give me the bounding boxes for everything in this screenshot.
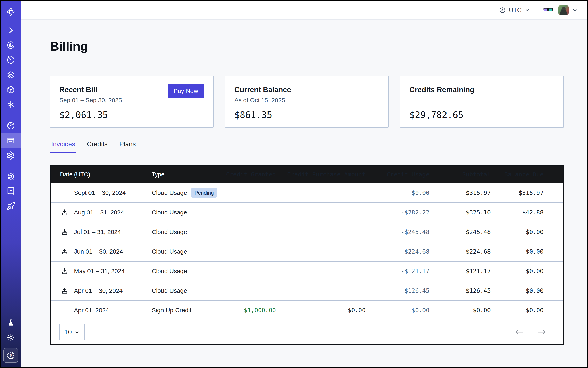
sidebar-item-credits[interactable] [3, 348, 18, 363]
download-icon [61, 268, 68, 275]
arrow-right-icon [538, 330, 546, 335]
sidebar-item-history[interactable] [1, 52, 21, 67]
invoice-row: Jun 01 – 30, 2024 Cloud Usage -$224.68 $… [51, 242, 563, 261]
tab-credits[interactable]: Credits [86, 140, 109, 153]
sidebar-item-docs[interactable] [1, 184, 21, 199]
sidebar-divider [1, 115, 21, 115]
balance-due: $0.00 [491, 248, 543, 255]
summary-card: Credits Remaining $29,782.65 [400, 76, 564, 128]
next-page-button[interactable] [538, 330, 546, 335]
user-menu[interactable] [558, 5, 578, 15]
sidebar-divider [1, 166, 21, 166]
sidebar-item-labs[interactable] [1, 315, 21, 330]
invoice-date: Apr 01, 2024 [74, 307, 109, 313]
download-icon [61, 287, 68, 294]
invoice-date: Jun 01 – 30, 2024 [74, 248, 123, 255]
column-header: Balance Due [491, 171, 543, 178]
download-invoice-button[interactable] [61, 209, 68, 216]
sidebar-item-settings[interactable] [1, 148, 21, 163]
glasses-icon [543, 7, 553, 13]
column-header: Credit Purchase Amount [276, 171, 366, 178]
invoice-date: Sept 01 – 30, 2024 [74, 189, 126, 196]
subtotal: $315.97 [429, 189, 491, 196]
invoice-table: Date (UTC)TypeCredit GrantedCredit Purch… [50, 165, 564, 345]
page-title: Billing [50, 39, 564, 54]
flask-icon [7, 319, 15, 327]
avatar [558, 5, 569, 15]
download-icon [61, 229, 68, 235]
clock-icon [499, 7, 506, 14]
credit-usage: -$126.45 [366, 287, 429, 294]
timezone-selector[interactable]: UTC [499, 7, 530, 14]
credit-usage: -$282.22 [366, 209, 429, 216]
sidebar-item-usage[interactable] [1, 118, 21, 133]
sidebar-spacer [1, 214, 21, 315]
sidebar-item-billing[interactable] [1, 133, 21, 148]
card-title: Credits Remaining [409, 85, 554, 94]
balance-due: $0.00 [491, 229, 543, 235]
asterisk-icon [6, 100, 15, 109]
book-sparkle-icon [6, 187, 15, 196]
card-subtitle [409, 97, 554, 104]
subtotal: $245.48 [429, 229, 491, 235]
status-badge: Pending [191, 188, 217, 198]
tab-invoices[interactable]: Invoices [50, 140, 76, 153]
sidebar-item-getting-started[interactable] [1, 199, 21, 214]
invoice-type: Cloud Usage [152, 229, 187, 235]
table-header: Date (UTC)TypeCredit GrantedCredit Purch… [51, 166, 563, 183]
sidebar-item-support[interactable] [1, 169, 21, 184]
pager [516, 330, 546, 335]
sidebar [1, 1, 21, 367]
gauge-icon [6, 121, 15, 130]
app-logo[interactable] [1, 1, 21, 23]
balance-due: $0.00 [491, 307, 543, 314]
invoice-type: Cloud Usage [152, 209, 187, 216]
topbar: UTC [21, 1, 587, 20]
balance-due: $42.88 [491, 209, 543, 216]
prev-page-button[interactable] [516, 330, 523, 335]
credit-purchase-amount: $0.00 [276, 307, 366, 314]
download-invoice-button[interactable] [61, 248, 68, 255]
download-invoice-button[interactable] [61, 287, 68, 294]
invoice-type: Cloud Usage [152, 189, 187, 196]
card-title: Current Balance [235, 85, 380, 94]
download-invoice-button[interactable] [61, 268, 68, 275]
orbit-logo-icon [6, 7, 15, 16]
page-size-value: 10 [64, 328, 72, 336]
sidebar-item-resources[interactable] [1, 82, 21, 97]
credit-granted: $1,000.00 [225, 307, 276, 314]
sidebar-item-theme[interactable] [1, 330, 21, 345]
invoice-type: Cloud Usage [152, 248, 187, 255]
balance-due: $315.97 [491, 189, 543, 196]
app-window: UTC Billing Recent Bill Pay Now Sep 01 –… [0, 0, 588, 368]
invoice-date: Aug 01 – 31, 2024 [74, 209, 124, 216]
download-icon [61, 209, 68, 216]
page-size-select[interactable]: 10 [59, 324, 85, 340]
invoice-type: Cloud Usage [152, 287, 187, 294]
sidebar-item-layers[interactable] [1, 67, 21, 82]
credit-usage: $0.00 [366, 307, 429, 314]
invoice-date: May 01 – 31, 2024 [74, 268, 125, 274]
dollar-badge-icon [6, 351, 15, 360]
card-amount: $29,782.65 [409, 110, 554, 120]
sun-icon [7, 333, 15, 342]
gear-icon [6, 151, 15, 160]
invoice-row: Aug 01 – 31, 2024 Cloud Usage -$282.22 $… [51, 203, 563, 222]
invoice-date: Jul 01 – 31, 2024 [74, 229, 121, 235]
invoice-row: Apr 01, 2024 Sign Up Credit $1,000.00 $0… [51, 301, 563, 320]
theme-glasses-button[interactable] [543, 7, 553, 13]
subtotal: $325.10 [429, 209, 491, 216]
pay-now-button[interactable]: Pay Now [168, 84, 204, 98]
tab-plans[interactable]: Plans [118, 140, 137, 153]
invoice-type: Cloud Usage [152, 268, 187, 275]
card-amount: $2,061.35 [59, 110, 204, 120]
download-invoice-button[interactable] [61, 229, 68, 235]
invoice-row: May 01 – 31, 2024 Cloud Usage -$121.17 $… [51, 261, 563, 281]
sidebar-item-expand[interactable] [1, 23, 21, 37]
chevron-down-icon [572, 7, 578, 13]
balance-due: $0.00 [491, 268, 543, 275]
sidebar-item-services[interactable] [1, 97, 21, 112]
summary-cards: Recent Bill Pay Now Sep 01 – Sep 30, 202… [50, 76, 564, 128]
sidebar-item-observe[interactable] [1, 37, 21, 52]
summary-card: Current Balance As of Oct 15, 2025 $861.… [225, 76, 389, 128]
